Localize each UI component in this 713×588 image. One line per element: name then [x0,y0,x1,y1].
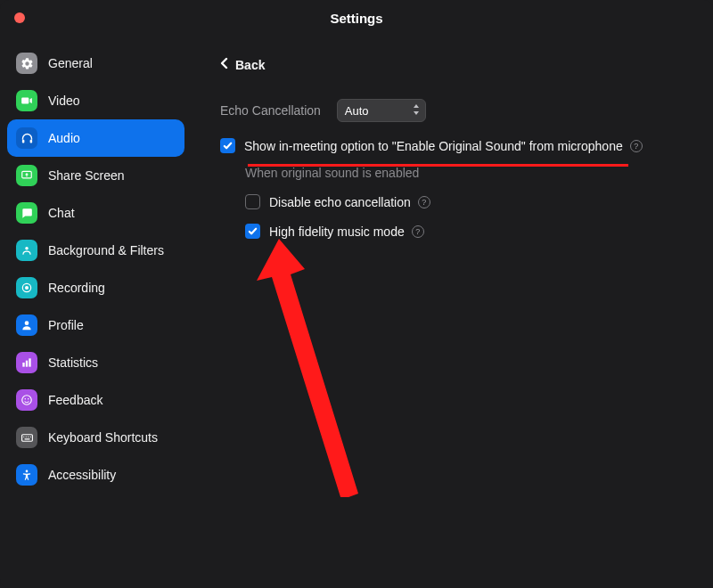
sidebar: General Video Audio Share Screen [0,36,192,588]
sidebar-item-statistics[interactable]: Statistics [7,344,184,381]
echo-cancellation-label: Echo Cancellation [220,103,321,118]
svg-point-11 [24,398,26,400]
svg-point-12 [28,398,29,400]
sidebar-item-label: Background & Filters [48,243,164,257]
select-value: Auto [345,104,369,118]
sidebar-item-label: Recording [48,281,105,295]
stats-icon [16,352,37,373]
sidebar-item-share-screen[interactable]: Share Screen [7,157,184,194]
feedback-icon [16,389,37,411]
sidebar-item-label: Video [48,94,80,108]
close-window-button[interactable] [14,12,25,23]
svg-marker-20 [257,239,358,497]
help-icon[interactable]: ? [412,225,424,238]
sidebar-item-video[interactable]: Video [7,82,184,119]
sidebar-item-label: Profile [48,318,84,332]
disable-echo-cancellation-checkbox[interactable] [245,194,260,209]
content-pane: Back Echo Cancellation Auto Show in-meet… [192,36,713,588]
svg-point-5 [25,286,29,290]
titlebar: Settings [0,0,713,36]
svg-rect-7 [22,363,24,367]
sidebar-item-label: Chat [48,206,75,220]
svg-rect-1 [29,139,32,143]
high-fidelity-music-mode-checkbox[interactable] [245,224,260,239]
share-screen-icon [16,165,37,186]
headphones-icon [16,127,37,149]
keyboard-icon [16,427,37,448]
sidebar-item-label: Keyboard Shortcuts [48,430,158,445]
sidebar-item-label: General [48,56,93,70]
svg-rect-0 [21,139,24,143]
sidebar-item-audio[interactable]: Audio [7,119,184,157]
accessibility-icon [16,464,37,486]
sidebar-item-label: Accessibility [48,468,116,482]
sidebar-item-profile[interactable]: Profile [7,306,184,344]
sidebar-item-chat[interactable]: Chat [7,194,184,232]
filters-icon [16,240,37,261]
profile-icon [16,314,37,336]
sidebar-item-label: Audio [48,131,80,145]
sidebar-item-feedback[interactable]: Feedback [7,381,184,419]
sidebar-item-keyboard-shortcuts[interactable]: Keyboard Shortcuts [7,419,184,456]
sidebar-item-general[interactable]: General [7,45,184,82]
annotation-underline [248,164,628,167]
svg-rect-9 [29,358,30,366]
video-icon [16,90,37,111]
help-icon[interactable]: ? [418,196,430,208]
echo-cancellation-select[interactable]: Auto [337,99,426,122]
chat-icon [16,202,37,224]
svg-rect-8 [26,361,28,367]
sidebar-item-label: Share Screen [48,168,125,183]
svg-point-19 [26,470,29,473]
original-sound-subheading: When original sound is enabled [245,166,684,180]
annotation-arrow [254,239,379,497]
show-original-sound-checkbox[interactable] [220,138,235,153]
back-label: Back [235,58,265,72]
sidebar-item-label: Feedback [48,393,102,407]
svg-point-6 [25,321,29,325]
record-icon [16,277,37,298]
sidebar-item-accessibility[interactable]: Accessibility [7,456,184,494]
sidebar-item-label: Statistics [48,355,98,370]
svg-rect-13 [21,434,32,441]
caret-up-down-icon [413,104,420,117]
window-title: Settings [330,11,382,26]
chevron-left-icon [220,57,228,72]
svg-point-3 [25,247,29,250]
disable-echo-cancellation-label: Disable echo cancellation [269,195,411,209]
show-original-sound-label: Show in-meeting option to "Enable Origin… [244,139,623,153]
sidebar-item-background-filters[interactable]: Background & Filters [7,232,184,269]
svg-point-10 [22,396,32,405]
sidebar-item-recording[interactable]: Recording [7,269,184,306]
help-icon[interactable]: ? [630,140,643,152]
back-button[interactable]: Back [220,57,684,72]
high-fidelity-music-mode-label: High fidelity music mode [269,225,405,239]
gear-icon [16,53,37,74]
